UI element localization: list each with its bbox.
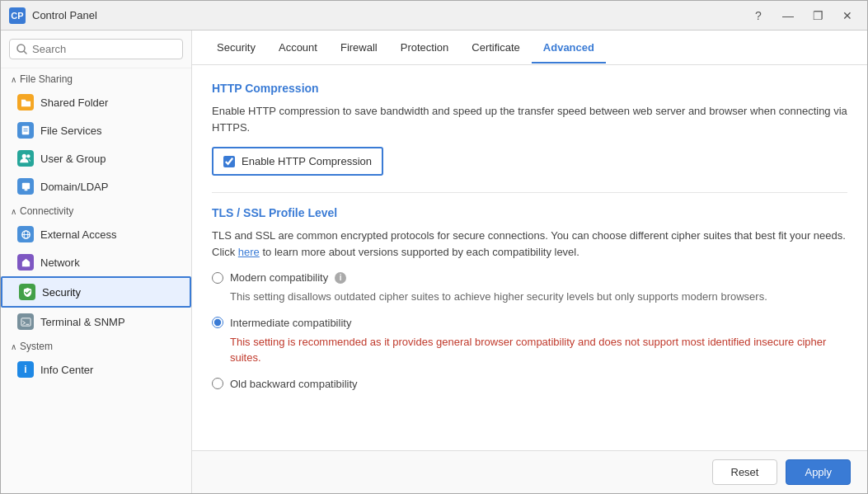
tab-protection[interactable]: Protection xyxy=(389,33,461,64)
radio-group-modern: Modern compatibility i This setting disa… xyxy=(212,271,847,305)
section-file-sharing[interactable]: ∧ File Sharing xyxy=(1,68,191,88)
sidebar-item-external-access[interactable]: External Access xyxy=(1,220,191,248)
svg-point-5 xyxy=(22,154,26,158)
section-system[interactable]: ∧ System xyxy=(1,336,191,355)
modern-info-icon[interactable]: i xyxy=(335,272,346,284)
old-label: Old backward compatibility xyxy=(230,378,358,390)
http-compression-checkbox-row: Enable HTTP Compression xyxy=(212,147,383,176)
info-center-icon: i xyxy=(17,361,34,378)
tls-ssl-link[interactable]: here xyxy=(238,246,260,258)
svg-rect-13 xyxy=(24,263,27,266)
svg-rect-7 xyxy=(21,182,29,188)
sidebar-item-shared-folder[interactable]: Shared Folder xyxy=(1,88,191,116)
sidebar-item-domain-ldap[interactable]: Domain/LDAP xyxy=(1,172,191,200)
sidebar-item-network-label: Network xyxy=(40,256,80,269)
sidebar-item-security[interactable]: Security xyxy=(1,276,191,308)
tab-certificate[interactable]: Certificate xyxy=(460,33,532,64)
user-group-icon xyxy=(17,150,34,167)
radio-group-old: Old backward compatibility xyxy=(212,378,847,390)
minimize-button[interactable]: — xyxy=(777,4,800,27)
tab-account[interactable]: Account xyxy=(267,33,329,64)
section-divider-1 xyxy=(212,192,847,193)
old-radio-row: Old backward compatibility xyxy=(212,378,847,390)
sidebar-item-info-center[interactable]: i Info Center xyxy=(1,355,191,383)
modern-radio-row: Modern compatibility i xyxy=(212,271,847,284)
app-icon: CP xyxy=(9,7,26,24)
window-controls: ? — ❐ ✕ xyxy=(747,4,859,27)
modern-radio[interactable] xyxy=(212,272,223,284)
modern-label: Modern compatibility xyxy=(230,271,328,284)
terminal-snmp-icon xyxy=(17,313,34,330)
maximize-button[interactable]: ❐ xyxy=(806,4,829,27)
section-file-sharing-label: File Sharing xyxy=(20,73,73,85)
sidebar-item-shared-folder-label: Shared Folder xyxy=(40,96,108,109)
tab-advanced[interactable]: Advanced xyxy=(532,33,606,64)
window-title: Control Panel xyxy=(32,9,747,21)
sidebar-item-file-services-label: File Services xyxy=(40,125,101,137)
modern-desc: This setting disallows outdated cipher s… xyxy=(230,289,847,305)
chevron-icon: ∧ xyxy=(11,75,16,84)
svg-point-6 xyxy=(26,154,30,158)
shared-folder-icon xyxy=(17,94,34,111)
sidebar-item-info-center-label: Info Center xyxy=(40,364,93,376)
help-button[interactable]: ? xyxy=(747,4,770,27)
section-connectivity-label: Connectivity xyxy=(20,205,73,217)
search-box xyxy=(1,31,191,68)
sidebar-item-terminal-snmp-label: Terminal & SNMP xyxy=(40,316,125,328)
domain-ldap-icon xyxy=(17,178,34,195)
svg-line-1 xyxy=(24,51,26,54)
chevron-connectivity-icon: ∧ xyxy=(11,207,16,216)
chevron-system-icon: ∧ xyxy=(11,342,16,351)
section-connectivity[interactable]: ∧ Connectivity xyxy=(1,200,191,220)
intermediate-radio[interactable] xyxy=(212,317,223,328)
tab-security[interactable]: Security xyxy=(205,33,267,64)
reset-button[interactable]: Reset xyxy=(712,459,778,485)
radio-group-intermediate: Intermediate compatibility This setting … xyxy=(212,317,847,366)
tab-firewall[interactable]: Firewall xyxy=(329,33,389,64)
security-icon xyxy=(19,284,35,300)
main-area: ∧ File Sharing Shared Folder File Servic… xyxy=(1,31,867,493)
apply-button[interactable]: Apply xyxy=(786,459,851,485)
sidebar-item-external-access-label: External Access xyxy=(40,228,117,241)
tab-bar: Security Account Firewall Protection Cer… xyxy=(192,31,867,65)
sidebar-item-user-group-label: User & Group xyxy=(40,153,106,165)
footer: Reset Apply xyxy=(192,450,867,493)
tls-ssl-title: TLS / SSL Profile Level xyxy=(212,206,847,219)
tls-ssl-desc: TLS and SSL are common encrypted protoco… xyxy=(212,228,847,260)
svg-rect-2 xyxy=(22,126,30,134)
sidebar-item-terminal-snmp[interactable]: Terminal & SNMP xyxy=(1,308,191,336)
intermediate-desc: This setting is recommended as it provid… xyxy=(230,334,847,366)
sidebar-item-user-group[interactable]: User & Group xyxy=(1,144,191,172)
section-system-label: System xyxy=(20,341,53,352)
http-compression-desc: Enable HTTP compression to save bandwidt… xyxy=(212,103,847,135)
sidebar-item-network[interactable]: Network xyxy=(1,248,191,276)
sidebar-item-file-services[interactable]: File Services xyxy=(1,116,191,144)
close-button[interactable]: ✕ xyxy=(836,4,859,27)
content-area: Security Account Firewall Protection Cer… xyxy=(192,31,867,493)
sidebar-item-security-label: Security xyxy=(42,286,81,299)
http-compression-title: HTTP Compression xyxy=(212,82,847,95)
http-compression-checkbox[interactable] xyxy=(223,156,235,167)
title-bar: CP Control Panel ? — ❐ ✕ xyxy=(1,1,867,31)
intermediate-radio-row: Intermediate compatibility xyxy=(212,317,847,329)
http-compression-label: Enable HTTP Compression xyxy=(242,155,372,167)
old-radio[interactable] xyxy=(212,378,223,389)
sidebar: ∧ File Sharing Shared Folder File Servic… xyxy=(1,31,192,493)
search-input[interactable] xyxy=(32,43,176,55)
sidebar-item-domain-ldap-label: Domain/LDAP xyxy=(40,181,108,193)
network-icon xyxy=(17,254,34,271)
content-body: HTTP Compression Enable HTTP compression… xyxy=(192,65,867,450)
external-access-icon xyxy=(17,226,34,242)
file-services-icon xyxy=(17,122,34,139)
search-icon xyxy=(16,44,27,54)
intermediate-label: Intermediate compatibility xyxy=(230,317,351,329)
search-input-wrap xyxy=(9,39,183,59)
window: CP Control Panel ? — ❐ ✕ xyxy=(0,0,868,494)
